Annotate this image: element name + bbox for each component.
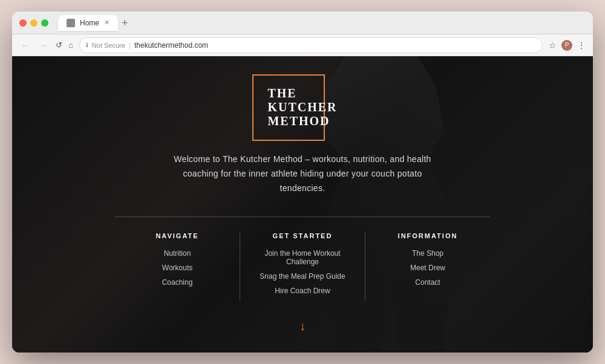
close-button[interactable]: [19, 19, 27, 27]
nav-column-get-started: GET STARTED Join the Home Workout Challe…: [240, 232, 365, 301]
url-bar[interactable]: ℹ Not Secure | thekutchermethod.com: [79, 37, 543, 53]
url-divider: |: [129, 41, 131, 50]
forward-button[interactable]: →: [38, 41, 50, 50]
address-bar: ← → ↺ ⌂ ℹ Not Secure | thekutchermethod.…: [12, 34, 593, 56]
url-address: thekutchermethod.com: [134, 41, 208, 50]
address-actions: ☆ P ⋮: [549, 40, 586, 51]
traffic-lights: [19, 19, 48, 27]
site-content: THE KUTCHER METHOD Welcome to The Kutche…: [12, 56, 593, 353]
logo-line-1: THE: [267, 86, 337, 100]
bookmark-icon[interactable]: ☆: [549, 41, 557, 50]
logo-container: THE KUTCHER METHOD: [264, 80, 340, 134]
nav-link-coaching[interactable]: Coaching: [127, 278, 227, 287]
scroll-down-button[interactable]: ↓: [299, 319, 306, 333]
maximize-button[interactable]: [41, 19, 48, 27]
browser-window: Home ✕ + ← → ↺ ⌂ ℹ Not Secure | thekutch…: [12, 11, 593, 353]
site-inner: THE KUTCHER METHOD Welcome to The Kutche…: [12, 56, 593, 353]
tab-close-icon[interactable]: ✕: [104, 19, 110, 26]
title-bar: Home ✕ +: [12, 11, 593, 34]
nav-link-meal-prep[interactable]: Snag the Meal Prep Guide: [252, 272, 353, 281]
nav-link-workout-challenge[interactable]: Join the Home Workout Challenge: [252, 249, 353, 266]
active-tab[interactable]: Home ✕: [58, 15, 118, 31]
nav-column-navigate-title: NAVIGATE: [127, 232, 227, 239]
welcome-text: Welcome to The Kutcher Method – workouts…: [169, 152, 436, 195]
nav-column-get-started-title: GET STARTED: [252, 232, 353, 239]
nav-column-navigate: NAVIGATE Nutrition Workouts Coaching: [115, 232, 240, 301]
nav-link-shop[interactable]: The Shop: [378, 249, 478, 258]
nav-link-contact[interactable]: Contact: [378, 278, 478, 287]
profile-icon[interactable]: P: [561, 40, 572, 51]
tab-area: Home ✕ +: [58, 15, 586, 31]
new-tab-button[interactable]: +: [122, 18, 128, 28]
tab-title: Home: [80, 19, 99, 27]
nav-link-workouts[interactable]: Workouts: [127, 264, 227, 272]
overflow-menu-icon[interactable]: ⋮: [577, 41, 586, 50]
nav-link-hire-coach[interactable]: Hire Coach Drew: [252, 287, 353, 295]
nav-column-information-title: INFORMATION: [378, 232, 478, 239]
home-button[interactable]: ⌂: [68, 41, 73, 50]
back-button[interactable]: ←: [19, 41, 31, 50]
logo-text: THE KUTCHER METHOD: [264, 80, 340, 134]
reload-button[interactable]: ↺: [56, 41, 62, 50]
minimize-button[interactable]: [30, 19, 38, 27]
security-label: Not Secure: [92, 42, 125, 49]
security-icon: ℹ: [86, 42, 88, 48]
nav-link-nutrition[interactable]: Nutrition: [127, 249, 227, 258]
nav-link-meet-drew[interactable]: Meet Drew: [378, 264, 478, 272]
nav-column-information: INFORMATION The Shop Meet Drew Contact: [365, 232, 490, 301]
logo-line-2: KUTCHER: [267, 100, 337, 114]
tab-favicon-icon: [67, 19, 75, 27]
nav-section: NAVIGATE Nutrition Workouts Coaching GET…: [115, 216, 490, 301]
logo-line-3: METHOD: [267, 114, 337, 128]
